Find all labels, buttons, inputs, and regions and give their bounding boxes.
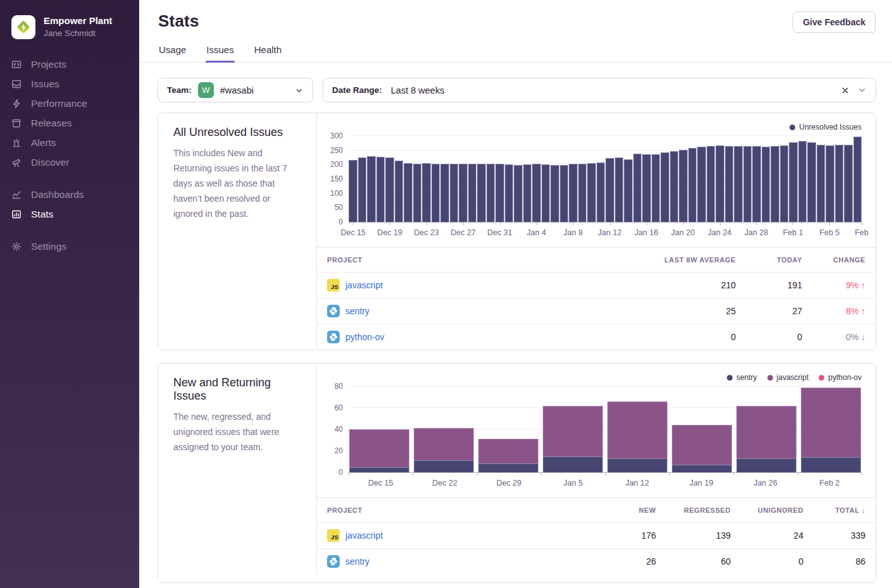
bar-segment-javascript [672, 425, 732, 465]
sidebar-item-performance[interactable]: Performance [0, 94, 139, 113]
clear-date-range-button[interactable] [839, 85, 851, 96]
col-header-unignored[interactable]: UNIGNORED [731, 506, 803, 514]
table-header-row: PROJECT NEW REGRESSED UNIGNORED TOTAL ↓ [317, 498, 876, 522]
bar-segment-sentry [607, 458, 667, 472]
javascript-platform-icon: JS [327, 529, 340, 542]
nav-group-settings: Settings [0, 236, 139, 269]
sidebar-item-discover[interactable]: Discover [0, 152, 139, 172]
discover-icon [11, 157, 22, 168]
x-tick-mark [477, 473, 478, 475]
chart2-xaxis: Dec 15Dec 22Dec 29Jan 5Jan 12Jan 19Jan 2… [349, 472, 862, 498]
unresolved-issues-table: PROJECT LAST 8W AVERAGE TODAY CHANGE JS … [317, 247, 876, 350]
x-tick-mark [756, 223, 757, 225]
sidebar-item-issues[interactable]: Issues [0, 74, 139, 94]
sidebar-item-stats[interactable]: Stats [0, 204, 139, 224]
daily-bar [404, 163, 412, 222]
stats-icon [11, 209, 22, 219]
legend-item-sentry[interactable]: sentry [727, 373, 757, 382]
daily-bar [835, 145, 844, 222]
daily-bar [495, 164, 504, 222]
project-link-sentry[interactable]: sentry [345, 306, 369, 316]
panel-description-column: New and Returning Issues The new, regres… [158, 364, 317, 574]
legend-item-unresolved[interactable]: Unresolved Issues [790, 123, 862, 132]
sidebar-item-releases[interactable]: Releases [0, 113, 139, 133]
bar-segment-sentry [801, 457, 861, 472]
javascript-platform-icon: JS [327, 279, 340, 291]
x-tick-mark [683, 223, 684, 225]
panel-title: New and Returning Issues [173, 376, 301, 403]
col-header-regressed[interactable]: REGRESSED [656, 506, 731, 514]
legend-item-javascript[interactable]: javascript [767, 373, 809, 382]
date-range-select[interactable]: Date Range: Last 8 weeks [323, 78, 876, 102]
sidebar-item-label: Performance [31, 98, 87, 109]
col-header-change: CHANGE [802, 256, 865, 264]
project-link-sentry[interactable]: sentry [345, 556, 369, 567]
daily-bar [505, 164, 514, 222]
sidebar-item-label: Stats [31, 209, 53, 220]
sidebar-item-alerts[interactable]: Alerts [0, 133, 139, 152]
x-tick-label: Jan 28 [745, 228, 769, 237]
daily-bar [715, 145, 724, 222]
stacked-bar [414, 386, 474, 472]
unresolved-issues-chart[interactable]: Unresolved Issues 050100150200250300 Dec… [317, 113, 876, 247]
col-header-total-sorted[interactable]: TOTAL ↓ [803, 506, 865, 514]
x-tick-label: Dec 23 [414, 228, 439, 237]
nav-group-dashboards: Dashboards Stats [0, 185, 139, 236]
legend-dot-icon [767, 375, 773, 381]
daily-bar [422, 163, 431, 222]
project-link-python-ov[interactable]: python-ov [345, 332, 384, 342]
daily-bar [624, 159, 633, 222]
x-tick-label: Jan 5 [564, 479, 583, 487]
sentry-org-logo [11, 15, 35, 39]
daily-bar [679, 150, 688, 222]
daily-bar [587, 163, 596, 222]
x-tick-label: Feb 5 [819, 228, 839, 237]
change-value: 0% ↓ [802, 332, 865, 342]
tab-health[interactable]: Health [254, 40, 282, 62]
col-header-project: PROJECT [327, 256, 622, 264]
org-name: Empower Plant [44, 15, 112, 27]
legend-item-python-ov[interactable]: python-ov [819, 373, 862, 382]
team-select[interactable]: Team: W #wasabi [158, 78, 313, 102]
x-tick-mark [793, 223, 793, 225]
project-link-javascript[interactable]: javascript [345, 280, 383, 290]
bar-segment-sentry [543, 456, 603, 473]
tab-usage[interactable]: Usage [158, 40, 187, 62]
x-tick-mark [463, 223, 464, 225]
y-tick-label: 300 [330, 132, 343, 140]
project-link-javascript[interactable]: javascript [345, 530, 383, 541]
daily-bar [413, 164, 422, 222]
today-value: 0 [736, 332, 802, 342]
daily-bar [660, 152, 669, 222]
total-value: 86 [803, 556, 865, 567]
daily-bar [477, 164, 486, 222]
bar-segment-sentry [736, 458, 796, 472]
y-tick-label: 80 [335, 382, 343, 391]
sidebar-item-settings[interactable]: Settings [0, 236, 139, 256]
today-value: 27 [736, 306, 802, 316]
col-header-new[interactable]: NEW [590, 506, 656, 514]
x-tick-mark [605, 473, 606, 475]
team-avatar: W [198, 82, 214, 98]
give-feedback-button[interactable]: Give Feedback [793, 11, 876, 33]
daily-bar [550, 165, 559, 222]
bar-segment-javascript [349, 429, 409, 467]
col-header-average: LAST 8W AVERAGE [622, 256, 736, 264]
panel-title: All Unresolved Issues [173, 126, 301, 139]
tab-issues[interactable]: Issues [206, 40, 234, 62]
projects-icon [11, 59, 22, 70]
x-tick-mark [541, 473, 542, 475]
sidebar-item-label: Issues [31, 78, 59, 90]
y-tick-label: 250 [330, 146, 343, 155]
daily-bar [459, 164, 468, 222]
x-tick-label: Jan 26 [753, 479, 777, 487]
sidebar-item-projects[interactable]: Projects [0, 54, 139, 74]
sidebar-item-dashboards[interactable]: Dashboards [0, 185, 139, 204]
new-returning-issues-chart[interactable]: sentryjavascriptpython-ov 020406080 Dec … [317, 364, 876, 498]
col-header-today: TODAY [736, 256, 802, 264]
panel-description-column: All Unresolved Issues This includes New … [158, 113, 317, 350]
daily-bar [468, 164, 477, 222]
org-switcher[interactable]: Empower Plant Jane Schmidt [0, 9, 139, 54]
x-tick-mark [733, 473, 734, 475]
panel-description: The new, regressed, and unignored issues… [173, 409, 301, 455]
